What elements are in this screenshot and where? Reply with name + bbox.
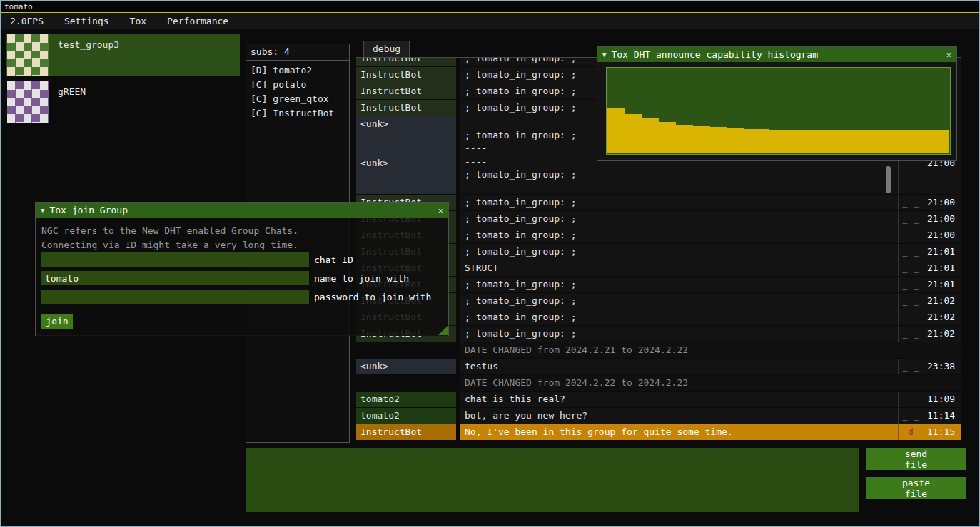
- chat-status: _ _: [898, 408, 924, 424]
- histogram-bar: [804, 130, 812, 153]
- join-button[interactable]: join: [41, 314, 73, 329]
- chat-timestamp: 11:09: [924, 392, 961, 407]
- close-icon[interactable]: ✕: [946, 50, 951, 60]
- histogram-bar: [667, 122, 676, 153]
- histogram-bar: [752, 129, 761, 154]
- chat-message: ; tomato_in_group: ;: [460, 195, 898, 210]
- group-list: test_group3gREEN: [6, 34, 240, 128]
- chat-status: _ _: [898, 309, 924, 325]
- menu-item-performance[interactable]: Performance: [164, 13, 231, 29]
- histogram-bars: [607, 68, 949, 153]
- join-group-body: NGC refers to the New DHT enabled Group …: [36, 218, 448, 336]
- send-file-button[interactable]: send file: [866, 448, 966, 470]
- chat-status: _ _: [898, 260, 924, 276]
- histogram-bar: [906, 130, 915, 153]
- histogram-window: ▼ Tox DHT announce capability histogram …: [597, 46, 957, 161]
- group-item-test-group3[interactable]: test_group3: [6, 34, 240, 76]
- menu-item-settings[interactable]: Settings: [61, 13, 112, 29]
- histogram-bar: [710, 127, 719, 153]
- chat-message: ; tomato_in_group: ;: [460, 211, 898, 227]
- collapse-icon[interactable]: ▼: [41, 207, 44, 214]
- chat-row[interactable]: InstructBotNo, I've been in this group f…: [356, 424, 961, 440]
- histogram-bar: [864, 130, 872, 153]
- chat-message: ; tomato_in_group: ;: [460, 227, 898, 243]
- chat-timestamp: 21:01: [924, 244, 961, 260]
- chat-row-body: DATE CHANGED from 2024.2.21 to 2024.2.22: [460, 342, 961, 358]
- join-password-input[interactable]: [41, 290, 309, 304]
- tab-debug[interactable]: debug: [363, 41, 410, 57]
- histogram-bar: [924, 130, 932, 153]
- join-password-label: password to join with: [314, 292, 431, 302]
- member-item[interactable]: [C] green_qtox: [246, 92, 349, 106]
- group-item-green[interactable]: gREEN: [6, 81, 240, 123]
- histogram-bar: [633, 114, 642, 153]
- chat-status: _ _: [898, 211, 924, 227]
- chat-sender: <unk>: [356, 155, 456, 194]
- histogram-titlebar[interactable]: ▼ Tox DHT announce capability histogram …: [597, 47, 956, 62]
- histogram-bar: [795, 130, 804, 153]
- chat-status: _ _: [898, 155, 924, 194]
- chat-sender: InstructBot: [356, 424, 456, 440]
- chat-row[interactable]: DATE CHANGED from 2024.2.21 to 2024.2.22: [356, 342, 961, 358]
- histogram-bar: [821, 130, 829, 153]
- chat-message: STRUCT: [460, 260, 898, 276]
- group-name: test_group3: [58, 34, 119, 76]
- histogram-bar: [881, 130, 889, 153]
- chat-status: _ _: [898, 392, 924, 407]
- menu-item-2-0fps[interactable]: 2.0FPS: [7, 13, 46, 29]
- close-icon[interactable]: ✕: [438, 205, 443, 215]
- histogram-bar: [941, 130, 949, 153]
- chat-status: _ _: [898, 244, 924, 260]
- member-item[interactable]: [D] tomato2: [246, 63, 349, 78]
- chat-message: chat is this real?: [460, 392, 898, 407]
- chat-timestamp: 23:38: [924, 359, 961, 374]
- chat-timestamp: 21:00: [924, 155, 961, 194]
- chat-row-body: ; tomato_in_group: ;_ _21:00: [460, 195, 961, 210]
- member-item[interactable]: [C] InstructBot: [246, 106, 349, 121]
- chat-message: DATE CHANGED from 2024.2.21 to 2024.2.22: [460, 342, 898, 358]
- window-title: tomato: [4, 2, 33, 11]
- chat-timestamp: 11:14: [924, 408, 961, 424]
- chat-row-body: DATE CHANGED from 2024.2.22 to 2024.2.23: [460, 375, 961, 391]
- chat-row[interactable]: <unk>---- ; tomato_in_group: ; ----_ _21…: [356, 155, 961, 194]
- histogram-bar: [719, 127, 727, 153]
- chat-row[interactable]: tomato2chat is this real?_ _11:09: [356, 392, 961, 407]
- chat-timestamp: 21:00: [924, 227, 961, 243]
- group-name: gREEN: [58, 81, 86, 123]
- message-input[interactable]: [246, 448, 859, 512]
- histogram-bar: [889, 130, 898, 153]
- chat-row-body: STRUCT_ _21:01: [460, 260, 961, 276]
- histogram-bar: [812, 130, 821, 153]
- histogram-bar: [829, 130, 838, 153]
- chat-row-body: ; tomato_in_group: ;_ _21:02: [460, 326, 961, 342]
- chat-status: _ _: [898, 227, 924, 243]
- collapse-icon[interactable]: ▼: [602, 51, 606, 58]
- chat-row[interactable]: DATE CHANGED from 2024.2.22 to 2024.2.23: [356, 375, 961, 391]
- window-titlebar[interactable]: tomato: [1, 1, 979, 13]
- chat-sender: tomato2: [356, 392, 456, 407]
- chat-row[interactable]: tomato2bot, are you new here?_ _11:14: [356, 408, 961, 424]
- histogram-bar: [838, 130, 847, 153]
- chat-status: [898, 375, 924, 391]
- menu-item-tox[interactable]: Tox: [127, 13, 149, 29]
- chat-timestamp: [924, 375, 961, 391]
- member-item[interactable]: [C] potato: [246, 78, 349, 92]
- join-name-input[interactable]: [41, 271, 309, 285]
- chat-message: ; tomato_in_group: ;: [460, 309, 898, 325]
- resize-grip-icon[interactable]: [438, 326, 448, 335]
- chat-id-input[interactable]: [41, 252, 309, 267]
- histogram-bar: [607, 108, 616, 153]
- chat-row[interactable]: <unk>testus_ _23:38: [356, 359, 961, 374]
- histogram-bar: [659, 122, 667, 153]
- histogram-bar: [761, 129, 769, 154]
- chat-status: _ _: [898, 359, 924, 374]
- chat-row-body: ; tomato_in_group: ;_ _21:01: [460, 244, 961, 260]
- histogram-bar: [898, 130, 906, 153]
- join-group-titlebar[interactable]: ▼ Tox join Group ✕: [36, 203, 448, 218]
- group-avatar: [7, 34, 49, 76]
- histogram-plot[interactable]: [606, 67, 951, 155]
- paste-file-button[interactable]: paste file: [866, 477, 966, 499]
- chat-status: d: [898, 424, 924, 440]
- message-scrollbar-thumb[interactable]: [886, 166, 891, 193]
- histogram-bar: [642, 118, 650, 153]
